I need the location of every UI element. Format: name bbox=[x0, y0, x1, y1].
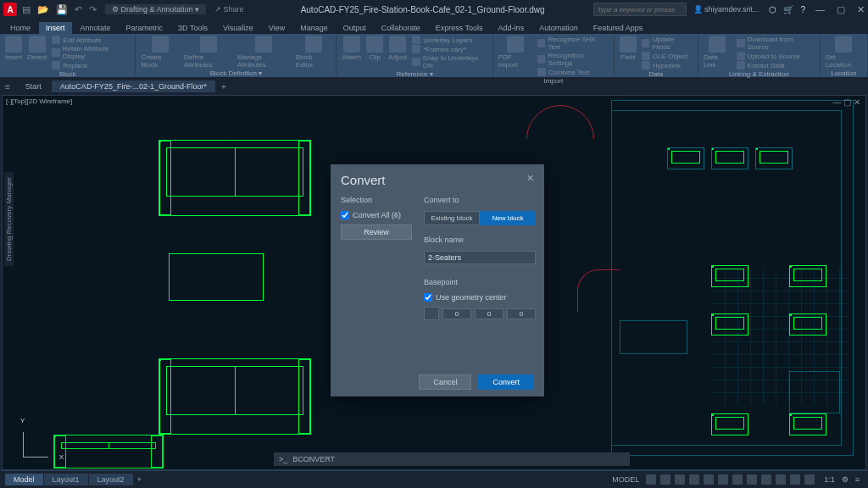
menu-tab-featured-apps[interactable]: Featured Apps bbox=[587, 22, 650, 34]
share-button[interactable]: ↗ Share bbox=[214, 5, 244, 14]
block-sofa-small[interactable] bbox=[711, 413, 748, 435]
use-geometry-center-checkbox[interactable]: Use geometry center bbox=[424, 293, 536, 302]
block-sofa-small[interactable] bbox=[789, 413, 826, 435]
status-dyn-icon[interactable] bbox=[747, 474, 757, 485]
review-button[interactable]: Review bbox=[341, 225, 412, 240]
menu-tab-view[interactable]: View bbox=[262, 22, 292, 34]
ribbon-small-button[interactable]: Combine Text bbox=[537, 68, 609, 76]
menu-tab-express-tools[interactable]: Express Tools bbox=[429, 22, 490, 34]
block-sofa-small[interactable] bbox=[789, 313, 826, 336]
ribbon-button[interactable]: Block Editor bbox=[296, 36, 331, 69]
status-3d-icon[interactable] bbox=[732, 474, 743, 485]
start-tab[interactable]: Start bbox=[17, 80, 50, 92]
qat-save-icon[interactable]: 💾 bbox=[56, 4, 68, 15]
scale-button[interactable]: 1:1 bbox=[824, 475, 835, 484]
status-cycle-icon[interactable] bbox=[790, 474, 800, 485]
ribbon-button[interactable]: PDF Import bbox=[498, 36, 532, 69]
ribbon-small-button[interactable]: Update Fields bbox=[642, 36, 693, 51]
blockname-input[interactable] bbox=[424, 251, 536, 264]
ribbon-small-button[interactable]: *Frames vary* bbox=[412, 45, 487, 53]
status-lwt-icon[interactable] bbox=[761, 474, 771, 485]
drawing-recovery-panel[interactable]: Drawing Recovery Manager bbox=[4, 172, 14, 266]
autodesk-icon[interactable]: ⬡ bbox=[769, 5, 776, 14]
ribbon-small-button[interactable]: Snap to Underlays ON bbox=[412, 54, 487, 69]
block-sofa-small[interactable] bbox=[711, 147, 748, 169]
status-polar-icon[interactable] bbox=[689, 474, 699, 485]
status-snap-icon[interactable] bbox=[660, 474, 670, 485]
help-icon[interactable]: ? bbox=[800, 5, 805, 14]
status-iso-icon[interactable] bbox=[704, 474, 714, 485]
menu-tab-annotate[interactable]: Annotate bbox=[74, 22, 118, 34]
ribbon-button[interactable]: Set Location bbox=[826, 36, 862, 69]
qat-redo-icon[interactable]: ↷ bbox=[89, 4, 97, 15]
menu-tab-add-ins[interactable]: Add-ins bbox=[492, 22, 531, 34]
block-sofa-small[interactable] bbox=[711, 313, 748, 336]
block-sofa[interactable] bbox=[159, 358, 311, 435]
workspace-switcher[interactable]: ⚙ Drafting & Annotation ▾ bbox=[105, 4, 206, 14]
minimize-button[interactable]: — bbox=[815, 4, 825, 15]
dialog-close-button[interactable]: ✕ bbox=[526, 173, 534, 187]
ribbon-button[interactable]: Insert bbox=[5, 36, 22, 61]
add-layout-button[interactable]: + bbox=[137, 475, 142, 484]
ribbon-small-button[interactable]: Replace bbox=[52, 61, 130, 69]
status-osnap-icon[interactable] bbox=[718, 474, 728, 485]
command-line[interactable]: >_ BCONVERT bbox=[274, 452, 630, 466]
view-controls[interactable]: — ▢ ✕ bbox=[832, 97, 860, 107]
block-rect[interactable] bbox=[169, 253, 264, 301]
block-sofa[interactable] bbox=[159, 140, 311, 216]
menu-tab-3d-tools[interactable]: 3D Tools bbox=[171, 22, 214, 34]
ribbon-small-button[interactable]: Extract Data bbox=[737, 61, 815, 69]
status-ortho-icon[interactable] bbox=[675, 474, 685, 485]
maximize-button[interactable]: ▢ bbox=[837, 4, 845, 15]
block-sofa-small[interactable] bbox=[789, 265, 826, 287]
ribbon-button[interactable]: Field bbox=[620, 36, 637, 61]
block-sofa-small[interactable] bbox=[755, 147, 793, 169]
ribbon-small-button[interactable]: Hyperlink bbox=[642, 61, 693, 69]
ribbon-small-button[interactable]: Recognize SHX Text bbox=[537, 36, 609, 51]
ribbon-button[interactable]: Create Block bbox=[141, 36, 179, 69]
status-grid-icon[interactable] bbox=[646, 474, 656, 485]
close-button[interactable]: ✕ bbox=[857, 4, 865, 15]
ribbon-small-button[interactable]: Recognition Settings bbox=[537, 52, 609, 67]
menu-tab-home[interactable]: Home bbox=[3, 22, 37, 34]
block-sofa[interactable] bbox=[53, 435, 164, 469]
customize-icon[interactable]: ≡ bbox=[855, 475, 860, 484]
menu-tab-parametric[interactable]: Parametric bbox=[120, 22, 170, 34]
convert-button[interactable]: Convert bbox=[478, 374, 534, 390]
hamburger-icon[interactable]: ≡ bbox=[5, 82, 10, 92]
ribbon-button[interactable]: Data Link bbox=[704, 36, 732, 69]
layout-tab-model[interactable]: Model bbox=[5, 474, 43, 485]
block-sofa-small[interactable] bbox=[711, 265, 748, 287]
menu-tab-collaborate[interactable]: Collaborate bbox=[375, 22, 427, 34]
existing-block-option[interactable]: Existing block bbox=[424, 211, 480, 225]
ribbon-button[interactable]: Manage Attributes bbox=[237, 36, 291, 69]
ribbon-button[interactable]: Attach bbox=[342, 36, 361, 61]
qat-menu-icon[interactable]: ▤ bbox=[22, 4, 31, 15]
viewport-label[interactable]: [-][Top][2D Wireframe] bbox=[6, 97, 72, 105]
menu-tab-output[interactable]: Output bbox=[337, 22, 373, 34]
layout-tab[interactable]: Layout1 bbox=[44, 474, 88, 485]
ribbon-small-button[interactable]: OLE Object bbox=[642, 52, 693, 60]
new-tab-button[interactable]: + bbox=[217, 82, 231, 92]
layout-tab[interactable]: Layout2 bbox=[89, 474, 133, 485]
app-icon[interactable]: A bbox=[3, 3, 17, 16]
menu-tab-automation[interactable]: Automation bbox=[532, 22, 585, 34]
ribbon-button[interactable]: Clip bbox=[366, 36, 383, 61]
ribbon-button[interactable]: Define Attributes bbox=[184, 36, 232, 69]
ucs-icon[interactable]: Y X bbox=[23, 424, 57, 458]
ribbon-button[interactable]: Adjust bbox=[388, 36, 407, 61]
ribbon-small-button[interactable]: Upload to Source bbox=[737, 52, 815, 60]
pick-point-button[interactable] bbox=[424, 307, 439, 320]
status-ann-icon[interactable] bbox=[804, 474, 815, 485]
model-space-button[interactable]: MODEL bbox=[612, 475, 639, 484]
coord-x[interactable]: 0 bbox=[442, 308, 471, 319]
menu-tab-insert[interactable]: Insert bbox=[39, 22, 72, 34]
menu-tab-manage[interactable]: Manage bbox=[293, 22, 335, 34]
menu-tab-visualize[interactable]: Visualize bbox=[216, 22, 260, 34]
cancel-button[interactable]: Cancel bbox=[419, 374, 471, 390]
ribbon-small-button[interactable]: Download from Source bbox=[737, 36, 815, 51]
qat-undo-icon[interactable]: ↶ bbox=[75, 4, 82, 15]
convert-all-checkbox[interactable]: Convert All (6) bbox=[341, 211, 412, 219]
file-tab-active[interactable]: AutoCAD-FY25_Fire-...02-1_Ground-Floor* bbox=[52, 80, 215, 92]
cart-icon[interactable]: 🛒 bbox=[783, 5, 793, 14]
